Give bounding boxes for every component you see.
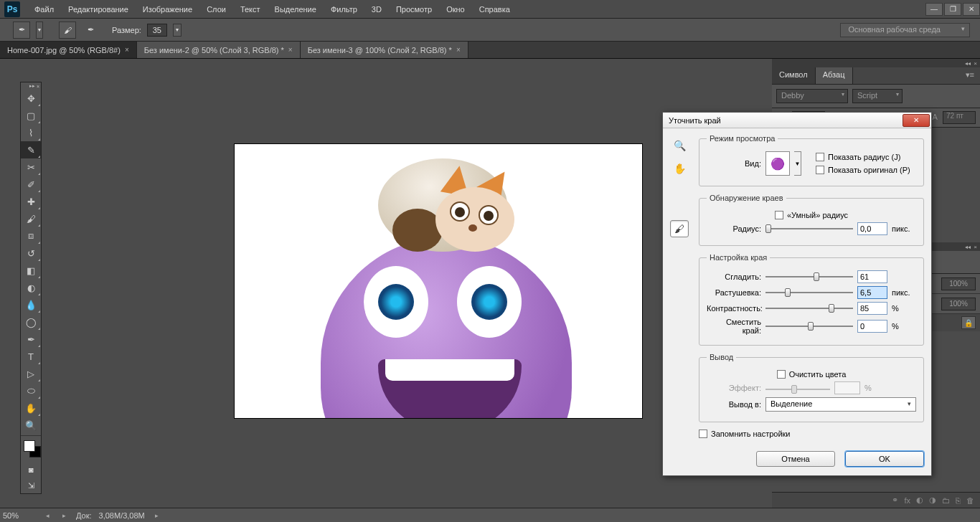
smooth-slider[interactable] <box>765 271 853 283</box>
brush-tool[interactable]: 🖌 <box>21 210 41 227</box>
size-input[interactable] <box>147 24 167 37</box>
lock-icon[interactable]: 🔒 <box>961 316 976 329</box>
shift-edge-input[interactable] <box>857 320 887 333</box>
contrast-input[interactable] <box>857 302 887 315</box>
screen-mode-toggle[interactable]: ⇲ <box>21 478 41 493</box>
size-dropdown[interactable]: ▼ <box>173 24 182 37</box>
history-brush-tool[interactable]: ↺ <box>21 245 41 262</box>
healing-tool[interactable]: ✚ <box>21 193 41 210</box>
leading-field[interactable]: 72 пт <box>943 111 976 124</box>
doc-size-label: Док: <box>76 511 92 520</box>
menu-image[interactable]: Изображение <box>136 3 199 16</box>
move-tool[interactable]: ✥ <box>21 90 41 107</box>
layer-opacity-field[interactable]: 100% <box>941 277 976 290</box>
window-restore-button[interactable]: ❐ <box>944 3 961 16</box>
zoom-tool[interactable]: 🔍 <box>21 417 41 434</box>
quick-select-tool[interactable]: ✎ <box>21 141 41 158</box>
document-tab[interactable]: Home-007.jpg @ 50% (RGB/8#) × <box>0 42 137 58</box>
scroll-right-icon[interactable]: ▸ <box>60 512 69 519</box>
zoom-level[interactable]: 50% <box>3 511 36 520</box>
show-radius-checkbox[interactable]: Показать радиус (J) <box>816 153 910 161</box>
menu-window[interactable]: Окно <box>439 3 472 16</box>
contrast-slider[interactable] <box>765 303 853 314</box>
foreground-color-swatch[interactable] <box>24 440 35 452</box>
dialog-hand-tool[interactable]: ✋ <box>670 160 689 177</box>
view-thumbnail[interactable]: 🟣 <box>765 151 790 176</box>
menu-3d[interactable]: 3D <box>364 3 389 16</box>
eyedropper-tool[interactable]: ✐ <box>21 176 41 193</box>
marquee-tool[interactable]: ▢ <box>21 107 41 124</box>
dialog-titlebar[interactable]: Уточнить край ✕ <box>663 113 931 128</box>
radius-slider[interactable] <box>765 223 853 234</box>
close-icon[interactable]: × <box>456 46 461 54</box>
shape-tool[interactable]: ⬭ <box>21 382 41 399</box>
adjustment-icon[interactable]: ◑ <box>929 495 936 505</box>
color-swatches[interactable] <box>21 437 41 462</box>
menu-view[interactable]: Просмотр <box>389 3 439 16</box>
document-tab[interactable]: Без имени-3 @ 100% (Слой 2, RGB/8) * × <box>301 42 468 58</box>
hand-tool[interactable]: ✋ <box>21 399 41 417</box>
view-dropdown[interactable]: ▼ <box>794 151 801 176</box>
dialog-refine-brush-tool[interactable]: 🖌 <box>670 220 689 237</box>
tool-preset-dropdown[interactable]: ▼ <box>36 22 43 39</box>
dialog-close-button[interactable]: ✕ <box>903 114 930 127</box>
scroll-left-icon[interactable]: ◂ <box>43 512 52 519</box>
dodge-tool[interactable]: ◯ <box>21 313 41 331</box>
font-family-dropdown[interactable]: Debby <box>776 89 848 103</box>
mask-icon[interactable]: ◐ <box>916 495 923 505</box>
menu-text[interactable]: Текст <box>233 3 268 16</box>
type-tool[interactable]: T <box>21 348 41 365</box>
new-layer-icon[interactable]: ⎘ <box>956 496 961 505</box>
fx-icon[interactable]: fx <box>904 496 910 505</box>
brush-preview-icon[interactable]: 🖌 <box>59 22 76 39</box>
group-icon[interactable]: 🗀 <box>942 496 950 505</box>
link-layers-icon[interactable]: ⚭ <box>892 495 898 505</box>
status-menu-icon[interactable]: ▸ <box>152 512 161 519</box>
document-canvas[interactable] <box>234 143 643 419</box>
gradient-tool[interactable]: ◐ <box>21 279 41 296</box>
pen-tool[interactable]: ✒ <box>21 331 41 348</box>
eraser-tool[interactable]: ◧ <box>21 262 41 279</box>
close-icon[interactable]: × <box>125 46 129 54</box>
menu-file[interactable]: Файл <box>27 3 61 16</box>
layer-fill-field[interactable]: 100% <box>941 298 976 310</box>
view-label: Вид: <box>707 159 761 168</box>
remember-settings-checkbox[interactable]: Запомнить настройки <box>699 430 791 438</box>
stamp-tool[interactable]: ⧈ <box>21 227 41 245</box>
smooth-input[interactable] <box>857 270 887 283</box>
blur-tool[interactable]: 💧 <box>21 296 41 313</box>
delete-icon[interactable]: 🗑 <box>966 496 974 505</box>
workspace-dropdown[interactable]: Основная рабочая среда <box>840 23 970 37</box>
crop-tool[interactable]: ✂ <box>21 158 41 176</box>
cancel-button[interactable]: Отмена <box>756 451 835 467</box>
menu-select[interactable]: Выделение <box>268 3 324 16</box>
menu-layers[interactable]: Слои <box>199 3 233 16</box>
path-select-tool[interactable]: ▷ <box>21 365 41 382</box>
brush-alt-icon[interactable]: ✒ <box>82 22 99 39</box>
panel-menu-icon[interactable]: ▾≡ <box>960 67 980 84</box>
feather-input[interactable] <box>857 286 887 299</box>
contrast-label: Контрастность: <box>707 304 761 313</box>
dialog-zoom-tool[interactable]: 🔍 <box>670 137 689 154</box>
output-to-dropdown[interactable]: Выделение <box>765 397 916 412</box>
decontaminate-checkbox[interactable]: Очистить цвета <box>777 370 847 379</box>
quick-mask-toggle[interactable]: ◙ <box>21 462 41 478</box>
close-icon[interactable]: × <box>288 46 293 54</box>
shift-edge-slider[interactable] <box>765 321 853 332</box>
tab-character[interactable]: Символ <box>772 67 816 84</box>
window-minimize-button[interactable]: — <box>925 3 943 16</box>
radius-input[interactable] <box>857 222 887 235</box>
font-style-dropdown[interactable]: Script <box>852 89 903 103</box>
tab-paragraph[interactable]: Абзац <box>816 67 853 84</box>
lasso-tool[interactable]: ⌇ <box>21 124 41 141</box>
show-original-checkbox[interactable]: Показать оригинал (P) <box>816 166 910 174</box>
smart-radius-checkbox[interactable]: «Умный» радиус <box>775 211 848 219</box>
feather-slider[interactable] <box>765 287 853 298</box>
tool-preset-icon[interactable]: ✒ <box>13 22 30 39</box>
document-tab[interactable]: Без имени-2 @ 50% (Слой 3, RGB/8) * × <box>137 42 301 58</box>
window-close-button[interactable]: ✕ <box>963 3 980 16</box>
ok-button[interactable]: OK <box>845 451 924 467</box>
menu-edit[interactable]: Редактирование <box>61 3 136 16</box>
menu-help[interactable]: Справка <box>472 3 517 16</box>
menu-filter[interactable]: Фильтр <box>324 3 364 16</box>
